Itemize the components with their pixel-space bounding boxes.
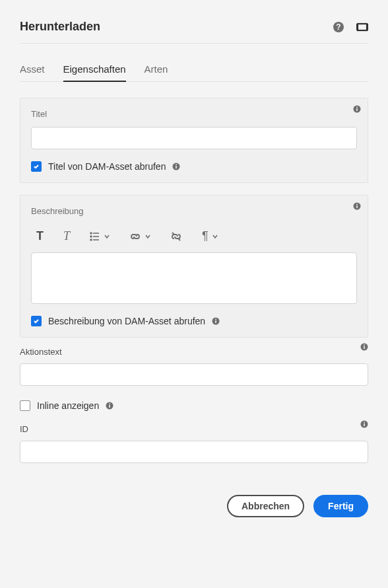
svg-rect-13 — [356, 204, 358, 205]
help-icon[interactable]: ? — [333, 21, 344, 33]
title-panel: Titel Titel von DAM-Asset abrufen — [20, 98, 368, 183]
fullscreen-icon[interactable] — [356, 21, 368, 33]
id-input[interactable] — [20, 441, 368, 463]
tab-arten[interactable]: Arten — [145, 57, 168, 81]
description-label: Beschreibung — [31, 206, 357, 216]
info-icon[interactable] — [353, 202, 361, 210]
svg-rect-29 — [109, 405, 110, 408]
svg-point-18 — [90, 239, 92, 240]
tab-eigenschaften[interactable]: Eigenschaften — [63, 57, 126, 81]
tab-bar: Asset Eigenschaften Arten — [20, 44, 368, 82]
bold-icon[interactable]: T — [36, 229, 44, 243]
title-label: Titel — [31, 109, 357, 119]
svg-rect-27 — [364, 345, 365, 346]
unlink-icon[interactable] — [170, 231, 182, 242]
svg-rect-33 — [364, 422, 365, 423]
svg-rect-30 — [109, 404, 110, 405]
title-input[interactable] — [31, 127, 357, 149]
inline-checkbox[interactable] — [20, 400, 30, 411]
svg-rect-26 — [364, 346, 365, 349]
svg-rect-6 — [356, 108, 358, 111]
inline-checkbox-row: Inline anzeigen — [20, 400, 368, 411]
info-icon[interactable] — [360, 420, 368, 428]
id-label: ID — [20, 424, 368, 434]
dialog-title: Herunterladen — [20, 20, 100, 34]
cancel-button[interactable]: Abbrechen — [227, 495, 304, 517]
id-section: ID — [20, 424, 368, 463]
svg-rect-24 — [215, 319, 216, 320]
svg-point-16 — [90, 236, 92, 237]
header-icons: ? — [333, 21, 368, 33]
svg-rect-12 — [356, 205, 358, 208]
svg-rect-23 — [215, 320, 216, 323]
actiontext-label: Aktionstext — [20, 347, 368, 357]
dialog-header: Herunterladen ? — [20, 20, 368, 44]
svg-line-20 — [172, 233, 174, 235]
dialog-footer: Abbrechen Fertig — [20, 495, 368, 517]
info-icon[interactable] — [360, 343, 368, 351]
info-icon[interactable] — [106, 402, 113, 410]
title-dam-checkbox[interactable] — [31, 161, 42, 172]
info-icon[interactable] — [212, 317, 220, 325]
tab-asset[interactable]: Asset — [20, 57, 45, 81]
info-icon[interactable] — [172, 163, 180, 170]
description-dam-checkbox[interactable] — [31, 316, 42, 326]
title-checkbox-row: Titel von DAM-Asset abrufen — [31, 161, 357, 172]
actiontext-section: Aktionstext — [20, 347, 368, 386]
description-checkbox-row: Beschreibung von DAM-Asset abrufen — [31, 316, 357, 326]
svg-rect-7 — [356, 107, 358, 108]
svg-point-14 — [90, 233, 92, 234]
actiontext-input[interactable] — [20, 363, 368, 386]
svg-rect-32 — [364, 423, 365, 426]
svg-text:?: ? — [336, 22, 340, 32]
description-input[interactable] — [31, 252, 357, 304]
paragraph-icon[interactable]: ¶ — [202, 229, 218, 243]
description-dam-checkbox-label: Beschreibung von DAM-Asset abrufen — [48, 316, 205, 326]
svg-rect-2 — [358, 24, 367, 30]
done-button[interactable]: Fertig — [313, 495, 368, 517]
list-icon[interactable] — [90, 232, 110, 241]
info-icon[interactable] — [353, 105, 361, 113]
svg-line-21 — [178, 239, 180, 240]
svg-rect-10 — [176, 165, 178, 166]
svg-rect-9 — [176, 166, 178, 168]
italic-icon[interactable]: T — [63, 229, 70, 243]
inline-checkbox-label: Inline anzeigen — [37, 400, 99, 411]
description-panel: Beschreibung T T ¶ Beschreibung von DAM-… — [20, 195, 368, 338]
link-icon[interactable] — [129, 232, 150, 241]
rte-toolbar: T T ¶ — [31, 224, 357, 252]
title-dam-checkbox-label: Titel von DAM-Asset abrufen — [48, 161, 166, 172]
